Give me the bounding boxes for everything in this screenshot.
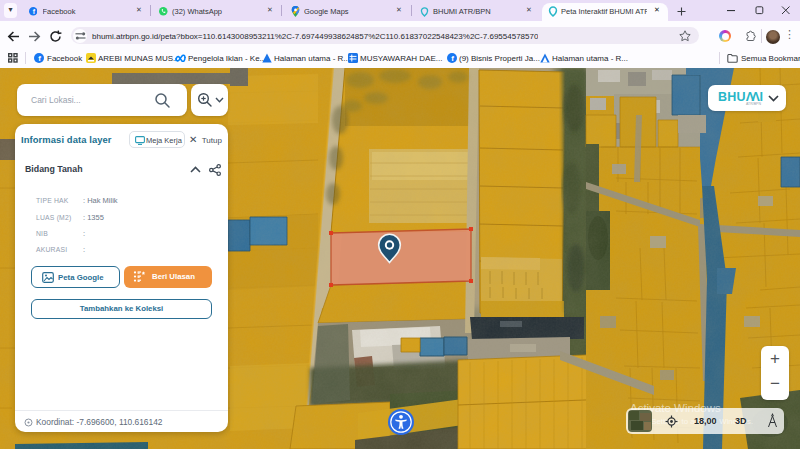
svg-text:f: f	[451, 54, 454, 63]
svg-text:f: f	[38, 54, 41, 63]
